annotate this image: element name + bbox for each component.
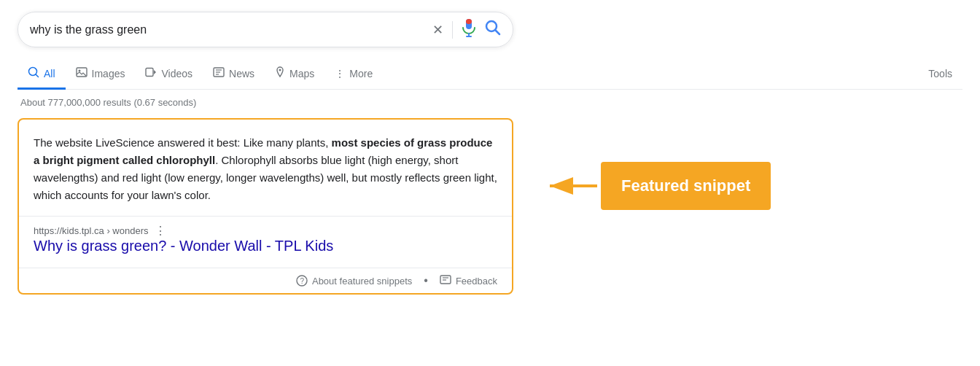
search-input[interactable] bbox=[30, 23, 432, 36]
mic-icon[interactable] bbox=[462, 18, 476, 41]
feedback-icon bbox=[440, 275, 451, 287]
svg-rect-10 bbox=[146, 69, 153, 77]
main-content: The website LiveScience answered it best… bbox=[18, 118, 962, 295]
snippet-footer: ? About featured snippets • Feedback bbox=[19, 268, 512, 293]
search-button[interactable] bbox=[485, 20, 501, 39]
tab-videos-label: Videos bbox=[161, 68, 192, 79]
snippet-url-text: https://kids.tpl.ca › wonders bbox=[34, 225, 149, 236]
tab-news-label: News bbox=[229, 68, 254, 79]
featured-snippet-label: Featured snippet bbox=[601, 162, 771, 210]
news-icon bbox=[213, 67, 225, 79]
footer-bullet: • bbox=[424, 274, 428, 287]
svg-marker-11 bbox=[154, 70, 156, 74]
snippet-link[interactable]: Why is grass green? - Wonder Wall - TPL … bbox=[34, 238, 497, 262]
search-bar: ✕ bbox=[18, 12, 513, 47]
tab-videos[interactable]: Videos bbox=[135, 60, 203, 89]
tab-maps[interactable]: Maps bbox=[265, 59, 324, 90]
snippet-options-button[interactable]: ⋮ bbox=[155, 224, 166, 238]
tab-images[interactable]: Images bbox=[66, 60, 136, 89]
about-snippets-label: About featured snippets bbox=[312, 276, 412, 287]
svg-line-5 bbox=[496, 31, 500, 35]
snippet-text: The website LiveScience answered it best… bbox=[34, 134, 497, 204]
svg-point-16 bbox=[279, 69, 281, 71]
tab-more-label: More bbox=[349, 68, 373, 79]
svg-line-7 bbox=[36, 74, 39, 77]
feedback-label: Feedback bbox=[456, 276, 497, 287]
about-snippets-button[interactable]: ? About featured snippets bbox=[296, 275, 412, 287]
tab-images-label: Images bbox=[92, 68, 125, 79]
arrow-icon bbox=[542, 171, 601, 200]
feedback-button[interactable]: Feedback bbox=[440, 275, 497, 287]
results-count: About 777,000,000 results (0.67 seconds) bbox=[20, 97, 962, 108]
all-icon bbox=[28, 66, 39, 80]
maps-icon bbox=[275, 66, 285, 80]
nav-tabs: All Images Videos bbox=[18, 59, 962, 90]
tab-news[interactable]: News bbox=[203, 60, 265, 89]
snippet-url-row: https://kids.tpl.ca › wonders ⋮ bbox=[34, 224, 497, 238]
tab-all[interactable]: All bbox=[18, 59, 66, 90]
svg-text:?: ? bbox=[300, 277, 304, 285]
tab-all-label: All bbox=[44, 68, 55, 79]
images-icon bbox=[76, 67, 88, 79]
featured-snippet-box: The website LiveScience answered it best… bbox=[18, 118, 513, 295]
tools-button[interactable]: Tools bbox=[918, 61, 962, 89]
snippet-source: https://kids.tpl.ca › wonders ⋮ Why is g… bbox=[34, 217, 497, 268]
svg-rect-1 bbox=[466, 19, 472, 24]
more-icon: ⋮ bbox=[335, 68, 345, 79]
clear-icon[interactable]: ✕ bbox=[432, 22, 443, 38]
arrow-container bbox=[542, 171, 601, 200]
question-icon: ? bbox=[296, 275, 308, 287]
featured-label-area: Featured snippet bbox=[542, 162, 771, 210]
search-icons: ✕ bbox=[432, 18, 501, 41]
videos-icon bbox=[145, 67, 157, 79]
svg-point-9 bbox=[78, 70, 80, 72]
tab-maps-label: Maps bbox=[289, 68, 314, 79]
vertical-divider bbox=[452, 21, 453, 39]
tab-more[interactable]: ⋮ More bbox=[324, 61, 383, 89]
